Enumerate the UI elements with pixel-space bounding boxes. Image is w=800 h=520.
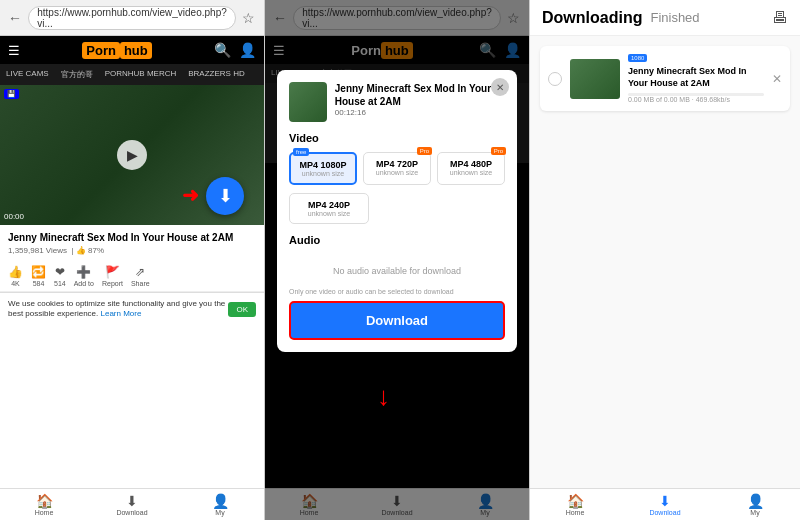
video-section-label: Video <box>289 132 505 144</box>
download-icon-3: ⬇ <box>659 493 671 509</box>
search-icon[interactable]: 🔍 <box>214 42 231 58</box>
modal-header: Jenny Minecraft Sex Mod In Your House at… <box>289 82 505 122</box>
my-icon-1: 👤 <box>212 493 229 509</box>
download-modal: ✕ Jenny Minecraft Sex Mod In Your House … <box>277 70 517 352</box>
video-views-1: 1,359,981 Views | 👍 87% <box>8 246 256 255</box>
pro-badge-480: Pro <box>491 147 506 155</box>
download-quality-badge: 1080 <box>628 54 647 62</box>
audio-section: Audio No audio available for download <box>289 234 505 288</box>
nav-merch[interactable]: PORNHUB MERCH <box>99 64 183 85</box>
download-icon-1: ⬇ <box>126 493 138 509</box>
ph-bottom-nav-1: 🏠 Home ⬇ Download 👤 My <box>0 488 264 520</box>
quality-size-480: unknown size <box>442 169 500 176</box>
modal-title-area: Jenny Minecraft Sex Mod In Your House at… <box>335 82 505 122</box>
action-4k[interactable]: 👍4K <box>8 265 23 287</box>
quality-size-1080: unknown size <box>295 170 351 177</box>
views-count: 1,359,981 Views <box>8 246 67 255</box>
free-badge: free <box>293 148 309 156</box>
no-audio-text: No audio available for download <box>289 254 505 288</box>
quality-label-240: MP4 240P <box>294 200 364 210</box>
video-info-1: Jenny Minecraft Sex Mod In Your House at… <box>0 225 264 261</box>
bookmark-icon[interactable]: ☆ <box>240 8 258 28</box>
settings-icon[interactable]: 🖶 <box>772 9 788 27</box>
quality-size-720: unknown size <box>368 169 426 176</box>
video-time-1: 00:00 <box>4 212 24 221</box>
bottom-download-1[interactable]: ⬇ Download <box>88 489 176 520</box>
back-button[interactable]: ← <box>6 8 24 28</box>
logo-text: Porn <box>82 42 120 59</box>
quality-grid: free MP4 1080P unknown size Pro MP4 720P… <box>289 152 505 185</box>
audio-section-label: Audio <box>289 234 505 246</box>
play-button-1[interactable]: ▶ <box>117 140 147 170</box>
download-overlay: ⬇ <box>206 177 244 215</box>
home-icon-3: 🏠 <box>567 493 584 509</box>
browser-panel-2: ← https://www.pornhub.com/view_video.php… <box>265 0 530 520</box>
ph-logo-1: Pornhub <box>82 43 151 58</box>
video-area-1: ▶ 💾 00:00 ⬇ ➜ <box>0 85 264 225</box>
video-badge-1: 💾 <box>4 89 19 99</box>
quality-size-240: unknown size <box>294 210 364 217</box>
cookie-banner: We use cookies to optimize site function… <box>0 292 264 326</box>
dl-bottom-my[interactable]: 👤 My <box>710 489 800 520</box>
bottom-home-1[interactable]: 🏠 Home <box>0 489 88 520</box>
download-item-title: Jenny Minecraft Sex Mod In Your House at… <box>628 66 764 89</box>
nav-brazzers[interactable]: BRAZZERS HD <box>182 64 250 85</box>
download-item-info: 1080 Jenny Minecraft Sex Mod In Your Hou… <box>628 54 764 103</box>
modal-close-button[interactable]: ✕ <box>491 78 509 96</box>
browser-panel-1: ← https://www.pornhub.com/view_video.php… <box>0 0 265 520</box>
quality-240p[interactable]: MP4 240P unknown size <box>289 193 369 224</box>
ph-header-1: ☰ Pornhub 🔍 👤 <box>0 36 264 64</box>
download-button-modal[interactable]: Download <box>289 301 505 340</box>
cookie-learn-more[interactable]: Learn More <box>101 309 142 318</box>
my-icon-3: 👤 <box>747 493 764 509</box>
home-icon-1: 🏠 <box>36 493 53 509</box>
action-584[interactable]: 🔁584 <box>31 265 46 287</box>
dl-bottom-download[interactable]: ⬇ Download <box>620 489 710 520</box>
modal-overlay: ✕ Jenny Minecraft Sex Mod In Your House … <box>265 0 529 520</box>
download-header: Downloading Finished 🖶 <box>530 0 800 36</box>
pro-badge-720: Pro <box>417 147 432 155</box>
logo-brand: hub <box>120 42 152 59</box>
spacer <box>530 121 800 488</box>
modal-thumbnail <box>289 82 327 122</box>
cookie-text: We use cookies to optimize site function… <box>8 299 228 320</box>
quality-480p[interactable]: Pro MP4 480P unknown size <box>437 152 505 185</box>
download-item-thumbnail <box>570 59 620 99</box>
only-note-text: Only one video or audio can be selected … <box>289 288 505 295</box>
quality-1080p[interactable]: free MP4 1080P unknown size <box>289 152 357 185</box>
action-514[interactable]: ❤514 <box>54 265 66 287</box>
modal-duration: 00:12:16 <box>335 108 505 117</box>
modal-title-text: Jenny Minecraft Sex Mod In Your House at… <box>335 82 505 108</box>
download-item-close[interactable]: ✕ <box>772 72 782 86</box>
download-progress-text: 0.00 MB of 0.00 MB · 469.68kb/s <box>628 96 764 103</box>
quality-label-1080: MP4 1080P <box>295 160 351 170</box>
likes-pct: 87% <box>88 246 104 255</box>
nav-live-cams[interactable]: LIVE CAMS <box>0 64 55 85</box>
quality-720p[interactable]: Pro MP4 720P unknown size <box>363 152 431 185</box>
quality-label-720: MP4 720P <box>368 159 426 169</box>
cookie-ok-button[interactable]: OK <box>228 302 256 317</box>
quality-row-240: MP4 240P unknown size <box>289 193 505 224</box>
download-item-header: 1080 <box>628 54 764 64</box>
action-bar-1: 👍4K 🔁584 ❤514 ➕Add to 🚩Report ⇗Share <box>0 261 264 292</box>
download-checkbox[interactable] <box>548 72 562 86</box>
finished-label: Finished <box>650 10 699 25</box>
url-bar-1[interactable]: https://www.pornhub.com/view_video.php?v… <box>28 6 236 30</box>
action-report[interactable]: 🚩Report <box>102 265 123 287</box>
dl-bottom-home[interactable]: 🏠 Home <box>530 489 620 520</box>
video-title-1: Jenny Minecraft Sex Mod In Your House at… <box>8 231 256 244</box>
bottom-my-1[interactable]: 👤 My <box>176 489 264 520</box>
download-item: 1080 Jenny Minecraft Sex Mod In Your Hou… <box>540 46 790 111</box>
ph-header-icons-1: 🔍 👤 <box>214 42 256 58</box>
quality-label-480: MP4 480P <box>442 159 500 169</box>
action-share[interactable]: ⇗Share <box>131 265 150 287</box>
hamburger-icon[interactable]: ☰ <box>8 43 20 58</box>
download-panel: Downloading Finished 🖶 1080 Jenny Minecr… <box>530 0 800 520</box>
user-icon[interactable]: 👤 <box>239 42 256 58</box>
downloading-title: Downloading <box>542 9 642 27</box>
nav-official[interactable]: 官方的哥 <box>55 64 99 85</box>
url-text-1: https://www.pornhub.com/view_video.php?v… <box>37 7 227 29</box>
download-circle-button[interactable]: ⬇ <box>206 177 244 215</box>
action-add[interactable]: ➕Add to <box>74 265 94 287</box>
browser-bar-1: ← https://www.pornhub.com/view_video.php… <box>0 0 264 36</box>
